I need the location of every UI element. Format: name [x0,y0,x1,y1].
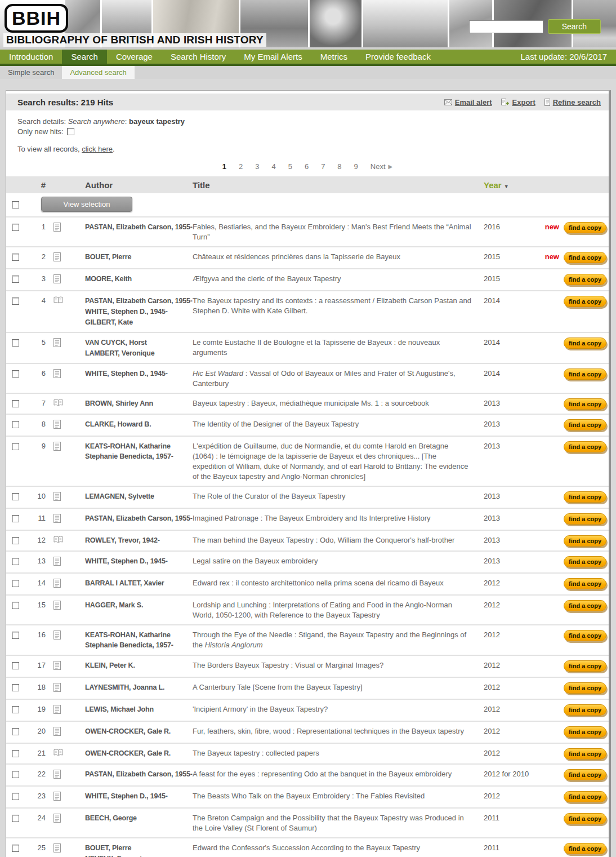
export-link[interactable]: Export [501,98,535,106]
row-title[interactable]: Edward the Confessor's Succession Accord… [193,843,477,853]
row-checkbox[interactable] [12,602,19,609]
row-checkbox[interactable] [12,254,19,261]
find-a-copy-button[interactable]: find a copy [564,791,606,802]
nav-item-search[interactable]: Search [62,50,107,64]
find-a-copy-button[interactable]: find a copy [564,704,606,716]
email-alert-link[interactable]: Email alert [444,98,492,106]
row-checkbox[interactable] [12,558,19,565]
row-checkbox[interactable] [12,276,19,283]
find-a-copy-button[interactable]: find a copy [564,296,606,307]
view-selection-button-top[interactable]: View selection [41,197,132,212]
row-checkbox[interactable] [12,815,19,822]
row-title[interactable]: Bayeux tapestry : Bayeux, médiathèque mu… [193,398,477,408]
row-checkbox[interactable] [12,400,19,407]
find-a-copy-button[interactable]: find a copy [564,398,606,410]
find-a-copy-button[interactable]: find a copy [564,419,606,430]
nav-item-coverage[interactable]: Coverage [107,50,162,64]
select-all-checkbox[interactable] [12,201,19,208]
find-a-copy-button[interactable]: find a copy [564,222,606,233]
row-title[interactable]: Imagined Patronage : The Bayeux Embroide… [193,513,477,523]
find-a-copy-button[interactable]: find a copy [564,748,606,760]
pagination-page-8[interactable]: 8 [337,162,341,171]
row-checkbox[interactable] [12,845,19,852]
find-a-copy-button[interactable]: find a copy [564,368,606,380]
find-a-copy-button[interactable]: find a copy [564,769,606,780]
row-title[interactable]: L'expédition de Guillaume, duc de Norman… [193,441,477,482]
row-checkbox[interactable] [12,662,19,669]
pagination-page-7[interactable]: 7 [321,162,325,171]
row-checkbox[interactable] [12,793,19,800]
column-header-title[interactable]: Title [193,180,477,190]
row-title[interactable]: Hic Est Wadard : Vassal of Odo of Bayeau… [193,368,477,389]
only-new-hits-checkbox[interactable] [67,128,74,135]
row-checkbox[interactable] [12,443,19,450]
row-title[interactable]: Legal satire on the Bayeux embroidery [193,556,477,566]
row-title[interactable]: Châteaux et résidences princières dans l… [193,252,477,262]
find-a-copy-button[interactable]: find a copy [564,600,606,611]
nav-item-introduction[interactable]: Introduction [0,50,62,64]
find-a-copy-button[interactable]: find a copy [564,513,606,525]
row-checkbox[interactable] [12,684,19,691]
row-title[interactable]: The Borders Bayeux Tapestry : Visual or … [193,660,477,670]
row-title[interactable]: Edward rex : il contesto architettonico … [193,578,477,588]
find-a-copy-button[interactable]: find a copy [564,660,606,672]
find-a-copy-button[interactable]: find a copy [564,556,606,567]
nav-item-my-email-alerts[interactable]: My Email Alerts [235,50,311,64]
pagination-page-4[interactable]: 4 [271,162,275,171]
find-a-copy-button[interactable]: find a copy [564,630,606,641]
subtab-advanced-search[interactable]: Advanced search [62,66,134,79]
row-checkbox[interactable] [12,750,19,757]
pagination-page-2[interactable]: 2 [239,162,243,171]
row-title[interactable]: The Beasts Who Talk on the Bayeux Embroi… [193,791,477,801]
column-header-author[interactable]: Author [72,180,193,190]
row-title[interactable]: Fables, Bestiaries, and the Bayeux Embro… [193,222,477,242]
row-title[interactable]: Lordship and Lunching : Interpretations … [193,600,477,620]
row-checkbox[interactable] [12,224,19,231]
pagination-page-3[interactable]: 3 [255,162,259,171]
refine-search-link[interactable]: Refine search [544,98,601,106]
nav-item-metrics[interactable]: Metrics [311,50,356,64]
row-title[interactable]: Ælfgyva and the cleric of the Bayeux Tap… [193,274,477,284]
row-checkbox[interactable] [12,728,19,735]
row-checkbox[interactable] [12,537,19,544]
row-title[interactable]: A feast for the eyes : representing Odo … [193,769,477,779]
view-all-records-link[interactable]: click here [82,145,113,153]
row-checkbox[interactable] [12,421,19,428]
row-title[interactable]: The man behind the Bayeux Tapestry : Odo… [193,535,477,545]
row-checkbox[interactable] [12,632,19,639]
pagination-page-5[interactable]: 5 [288,162,292,171]
row-title[interactable]: The Bayeux tapestry : collected papers [193,748,477,758]
nav-item-search-history[interactable]: Search History [162,50,235,64]
find-a-copy-button[interactable]: find a copy [564,274,606,285]
pagination-next-link[interactable]: Next▶ [371,162,392,171]
row-title[interactable]: The Role of the Curator of the Bayeux Ta… [193,491,477,501]
row-checkbox[interactable] [12,370,19,378]
row-title[interactable]: Through the Eye of the Needle : Stigand,… [193,630,477,650]
pagination-page-6[interactable]: 6 [305,162,309,171]
search-button[interactable]: Search [548,19,601,34]
column-header-year[interactable]: Year▼ [477,180,540,190]
row-checkbox[interactable] [12,493,19,500]
row-checkbox[interactable] [12,297,19,305]
row-checkbox[interactable] [12,580,19,587]
row-checkbox[interactable] [12,706,19,713]
find-a-copy-button[interactable]: find a copy [564,726,606,738]
find-a-copy-button[interactable]: find a copy [564,338,606,349]
row-title[interactable]: Le comte Eustache II de Boulogne et la T… [193,338,477,358]
row-checkbox[interactable] [12,771,19,778]
pagination-page-9[interactable]: 9 [354,162,358,171]
row-title[interactable]: Fur, feathers, skin, fibre, wood : Repre… [193,726,477,736]
row-checkbox[interactable] [12,515,19,522]
find-a-copy-button[interactable]: find a copy [564,578,606,589]
subtab-simple-search[interactable]: Simple search [0,66,62,79]
find-a-copy-button[interactable]: find a copy [564,535,606,547]
row-title[interactable]: The Bayeux tapestry and its contexts : a… [193,296,477,316]
row-title[interactable]: A Canterbury Tale [Scene from the Bayeux… [193,682,477,692]
row-title[interactable]: The Identity of the Designer of the Baye… [193,419,477,429]
row-title[interactable]: The Breton Campaign and the Possibility … [193,813,477,833]
find-a-copy-button[interactable]: find a copy [564,843,606,854]
find-a-copy-button[interactable]: find a copy [564,252,606,263]
nav-item-provide-feedback[interactable]: Provide feedback [356,50,440,64]
row-title[interactable]: 'Incipient Armory' in the Bayeux Tapestr… [193,704,477,714]
find-a-copy-button[interactable]: find a copy [564,813,606,824]
